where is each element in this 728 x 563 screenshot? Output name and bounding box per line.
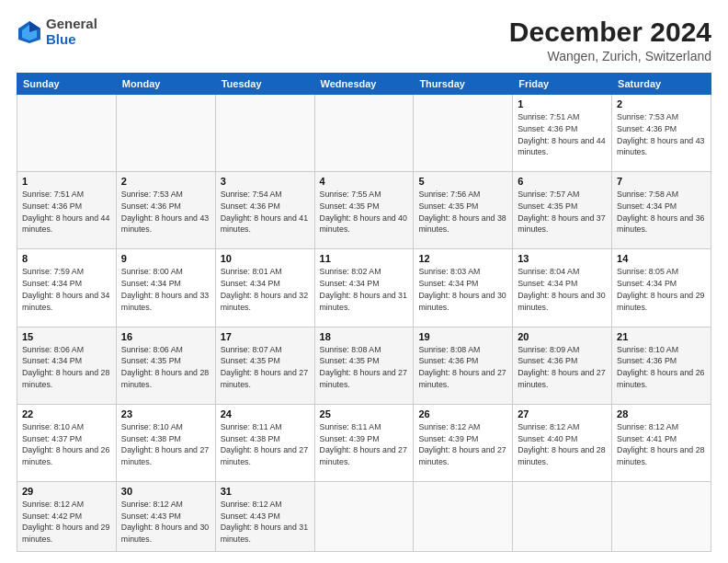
table-row: 8Sunrise: 7:59 AMSunset: 4:34 PMDaylight… (17, 249, 117, 327)
table-row: 26Sunrise: 8:12 AMSunset: 4:39 PMDayligh… (414, 404, 513, 481)
day-number: 4 (320, 176, 409, 187)
day-number: 26 (418, 408, 507, 419)
table-row: 9Sunrise: 8:00 AMSunset: 4:34 PMDaylight… (116, 249, 215, 327)
day-number: 24 (221, 408, 310, 419)
day-number: 8 (22, 253, 111, 264)
table-row: 30Sunrise: 8:12 AMSunset: 4:43 PMDayligh… (116, 481, 215, 551)
table-row: 28Sunrise: 8:12 AMSunset: 4:41 PMDayligh… (612, 404, 711, 481)
col-thursday: Thursday (414, 74, 513, 95)
table-row: 16Sunrise: 8:06 AMSunset: 4:35 PMDayligh… (116, 327, 215, 404)
day-number: 2 (121, 176, 210, 187)
table-row: 19Sunrise: 8:08 AMSunset: 4:36 PMDayligh… (414, 327, 513, 404)
day-info: Sunrise: 8:00 AMSunset: 4:34 PMDaylight:… (121, 266, 210, 313)
day-info: Sunrise: 7:51 AMSunset: 4:36 PMDaylight:… (518, 111, 607, 158)
day-number: 27 (518, 408, 607, 419)
table-row: 11Sunrise: 8:02 AMSunset: 4:34 PMDayligh… (314, 249, 414, 327)
table-row (17, 95, 117, 172)
day-info: Sunrise: 7:53 AMSunset: 4:36 PMDaylight:… (617, 111, 706, 158)
calendar-header-row: Sunday Monday Tuesday Wednesday Thursday… (17, 74, 711, 95)
day-number: 29 (22, 486, 111, 497)
day-number: 12 (418, 253, 507, 264)
logo-text: General Blue (46, 17, 97, 47)
day-number: 30 (121, 486, 210, 497)
table-row (314, 95, 414, 172)
day-info: Sunrise: 7:55 AMSunset: 4:35 PMDaylight:… (320, 189, 409, 236)
header: General Blue December 2024 Wangen, Zuric… (17, 17, 711, 63)
day-number: 16 (121, 331, 210, 342)
day-number: 17 (221, 331, 310, 342)
table-row: 27Sunrise: 8:12 AMSunset: 4:40 PMDayligh… (513, 404, 612, 481)
calendar-week-row: 1Sunrise: 7:51 AMSunset: 4:36 PMDaylight… (17, 172, 711, 249)
day-info: Sunrise: 8:06 AMSunset: 4:35 PMDaylight:… (121, 344, 210, 391)
table-row: 23Sunrise: 8:10 AMSunset: 4:38 PMDayligh… (116, 404, 215, 481)
col-tuesday: Tuesday (215, 74, 314, 95)
table-row: 31Sunrise: 8:12 AMSunset: 4:43 PMDayligh… (215, 481, 314, 551)
col-saturday: Saturday (612, 74, 711, 95)
table-row: 3Sunrise: 7:54 AMSunset: 4:36 PMDaylight… (215, 172, 314, 249)
day-info: Sunrise: 8:12 AMSunset: 4:43 PMDaylight:… (221, 499, 310, 546)
day-number: 31 (221, 486, 310, 497)
day-info: Sunrise: 8:05 AMSunset: 4:34 PMDaylight:… (617, 266, 706, 313)
table-row: 24Sunrise: 8:11 AMSunset: 4:38 PMDayligh… (215, 404, 314, 481)
table-row: 5Sunrise: 7:56 AMSunset: 4:35 PMDaylight… (414, 172, 513, 249)
title-block: December 2024 Wangen, Zurich, Switzerlan… (509, 17, 711, 63)
table-row: 18Sunrise: 8:08 AMSunset: 4:35 PMDayligh… (314, 327, 414, 404)
day-info: Sunrise: 8:03 AMSunset: 4:34 PMDaylight:… (418, 266, 507, 313)
table-row: 6Sunrise: 7:57 AMSunset: 4:35 PMDaylight… (513, 172, 612, 249)
calendar-week-row: 8Sunrise: 7:59 AMSunset: 4:34 PMDaylight… (17, 249, 711, 327)
table-row: 21Sunrise: 8:10 AMSunset: 4:36 PMDayligh… (612, 327, 711, 404)
table-row: 2Sunrise: 7:53 AMSunset: 4:36 PMDaylight… (612, 95, 711, 172)
day-number: 20 (518, 331, 607, 342)
calendar-week-row: 22Sunrise: 8:10 AMSunset: 4:37 PMDayligh… (17, 404, 711, 481)
month-title: December 2024 (509, 17, 711, 47)
table-row: 12Sunrise: 8:03 AMSunset: 4:34 PMDayligh… (414, 249, 513, 327)
table-row (314, 481, 414, 551)
table-row: 17Sunrise: 8:07 AMSunset: 4:35 PMDayligh… (215, 327, 314, 404)
day-info: Sunrise: 8:10 AMSunset: 4:36 PMDaylight:… (617, 344, 706, 391)
table-row: 1Sunrise: 7:51 AMSunset: 4:36 PMDaylight… (17, 172, 117, 249)
day-number: 6 (518, 176, 607, 187)
table-row: 14Sunrise: 8:05 AMSunset: 4:34 PMDayligh… (612, 249, 711, 327)
day-info: Sunrise: 8:08 AMSunset: 4:36 PMDaylight:… (418, 344, 507, 391)
day-info: Sunrise: 8:12 AMSunset: 4:41 PMDaylight:… (617, 421, 706, 468)
table-row: 7Sunrise: 7:58 AMSunset: 4:34 PMDaylight… (612, 172, 711, 249)
day-info: Sunrise: 8:06 AMSunset: 4:34 PMDaylight:… (22, 344, 111, 391)
table-row: 1Sunrise: 7:51 AMSunset: 4:36 PMDaylight… (513, 95, 612, 172)
day-info: Sunrise: 8:12 AMSunset: 4:43 PMDaylight:… (121, 499, 210, 546)
day-info: Sunrise: 7:59 AMSunset: 4:34 PMDaylight:… (22, 266, 111, 313)
calendar-week-row: 29Sunrise: 8:12 AMSunset: 4:42 PMDayligh… (17, 481, 711, 551)
table-row: 22Sunrise: 8:10 AMSunset: 4:37 PMDayligh… (17, 404, 117, 481)
day-number: 25 (320, 408, 409, 419)
logo-blue-text: Blue (46, 31, 76, 47)
day-number: 10 (221, 253, 310, 264)
day-info: Sunrise: 7:53 AMSunset: 4:36 PMDaylight:… (121, 189, 210, 236)
day-info: Sunrise: 8:12 AMSunset: 4:42 PMDaylight:… (22, 499, 111, 546)
day-number: 28 (617, 408, 706, 419)
day-info: Sunrise: 7:58 AMSunset: 4:34 PMDaylight:… (617, 189, 706, 236)
location: Wangen, Zurich, Switzerland (509, 49, 711, 63)
col-sunday: Sunday (17, 74, 117, 95)
logo: General Blue (17, 17, 97, 47)
day-info: Sunrise: 7:51 AMSunset: 4:36 PMDaylight:… (22, 189, 111, 236)
table-row: 29Sunrise: 8:12 AMSunset: 4:42 PMDayligh… (17, 481, 117, 551)
day-number: 5 (418, 176, 507, 187)
table-row: 15Sunrise: 8:06 AMSunset: 4:34 PMDayligh… (17, 327, 117, 404)
day-info: Sunrise: 8:10 AMSunset: 4:38 PMDaylight:… (121, 421, 210, 468)
table-row (513, 481, 612, 551)
day-info: Sunrise: 7:54 AMSunset: 4:36 PMDaylight:… (221, 189, 310, 236)
day-number: 23 (121, 408, 210, 419)
day-info: Sunrise: 7:56 AMSunset: 4:35 PMDaylight:… (418, 189, 507, 236)
day-number: 9 (121, 253, 210, 264)
table-row (612, 481, 711, 551)
day-info: Sunrise: 8:12 AMSunset: 4:39 PMDaylight:… (418, 421, 507, 468)
calendar-week-row: 15Sunrise: 8:06 AMSunset: 4:34 PMDayligh… (17, 327, 711, 404)
table-row (116, 95, 215, 172)
table-row: 13Sunrise: 8:04 AMSunset: 4:34 PMDayligh… (513, 249, 612, 327)
day-number: 14 (617, 253, 706, 264)
day-info: Sunrise: 8:01 AMSunset: 4:34 PMDaylight:… (221, 266, 310, 313)
table-row: 2Sunrise: 7:53 AMSunset: 4:36 PMDaylight… (116, 172, 215, 249)
day-number: 13 (518, 253, 607, 264)
day-number: 7 (617, 176, 706, 187)
day-number: 1 (22, 176, 111, 187)
table-row (414, 95, 513, 172)
